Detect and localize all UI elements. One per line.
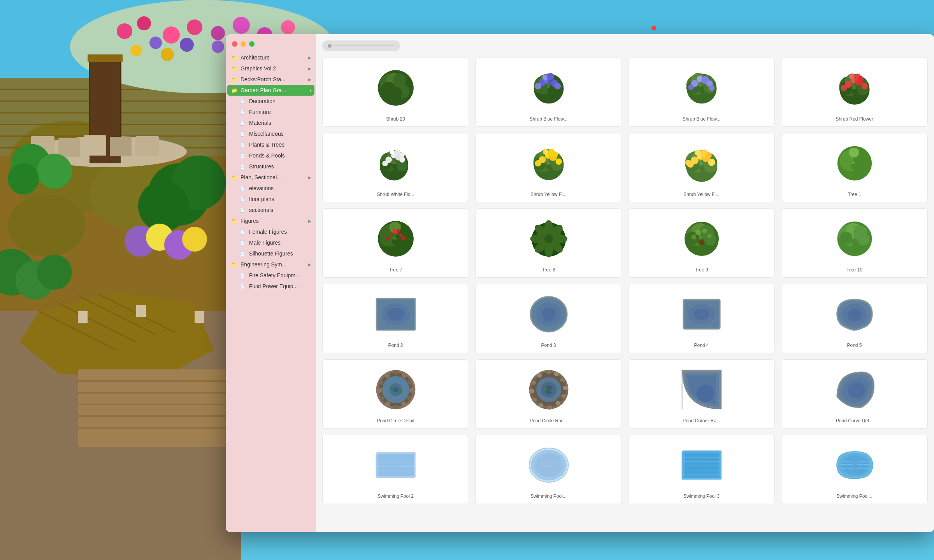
item-label: Shrub Yellow Fl...: [683, 192, 720, 197]
svg-point-285: [528, 389, 534, 393]
svg-rect-29: [88, 54, 123, 62]
minimize-button[interactable]: [241, 41, 246, 47]
svg-point-171: [840, 158, 851, 169]
sidebar-item-sectionals[interactable]: 📄sectionals: [226, 205, 316, 215]
sidebar: 📁Architecture▶📁Graphics Vol 2▶📁Decks:Por…: [226, 34, 316, 532]
sidebar-item-label: Graphics Vol 2: [241, 65, 305, 72]
item-label: Tree 8: [542, 267, 555, 273]
sidebar-item-female-figures[interactable]: 📄Female Figures: [226, 226, 316, 237]
sidebar-item-garden-plan-gra[interactable]: 📁Garden Plan Gra...▾: [227, 85, 314, 96]
svg-point-227: [857, 233, 869, 245]
grid-item-swimming-pool-3[interactable]: Swimming Pool 3: [628, 435, 775, 504]
sidebar-item-male-figures[interactable]: 📄Male Figures: [226, 237, 316, 248]
sidebar-item-architecture[interactable]: 📁Architecture▶: [226, 52, 316, 63]
grid-item-shrub-red-flower[interactable]: Shrub Red Flower: [781, 58, 928, 127]
sidebar-item-plan-sectional[interactable]: 📁Plan, Sectional...▶: [226, 172, 316, 183]
sidebar-item-fire-safety[interactable]: 📄Fire Safety Equipm...: [226, 270, 316, 281]
sidebar-item-structures[interactable]: 📄Structures: [226, 161, 316, 172]
grid-item-pond-3[interactable]: Pond 3: [475, 284, 622, 353]
sidebar-item-label: floor plans: [249, 196, 311, 202]
grid-item-swimming-pool-2[interactable]: Swimming Pool 2: [322, 435, 469, 504]
sidebar-item-decks-porch[interactable]: 📁Decks:Porch:Sta...▶: [226, 74, 316, 85]
grid-item-pond-curve-det[interactable]: Pond Curve Det...: [781, 359, 928, 429]
search-bar[interactable]: [322, 40, 400, 51]
item-image: [370, 289, 421, 340]
grid-item-pond-circle-roc[interactable]: Pond Circle Roc...: [475, 359, 622, 429]
item-image: [370, 63, 421, 113]
item-image: [370, 138, 421, 189]
grid-item-shrub-blue-flow2[interactable]: Shrub Blue Flow...: [628, 58, 775, 127]
svg-point-268: [384, 373, 390, 378]
grid-item-pond-2[interactable]: Pond 2: [322, 284, 469, 353]
sidebar-item-furniture[interactable]: 📄Furniture: [226, 107, 316, 117]
svg-point-286: [531, 380, 536, 385]
sidebar-item-miscellaneous[interactable]: 📄Miscellaneous: [226, 128, 316, 139]
svg-point-118: [858, 76, 864, 82]
svg-point-23: [149, 37, 162, 49]
chevron-icon: ▶: [308, 66, 311, 71]
sidebar-item-label: sectionals: [249, 207, 311, 213]
svg-point-22: [281, 20, 295, 34]
svg-point-148: [552, 152, 558, 158]
chevron-icon: ▶: [308, 56, 311, 60]
svg-point-129: [382, 161, 388, 166]
item-label: Shrub Yellow Fl...: [530, 192, 567, 197]
grid-item-tree-1[interactable]: Tree 1: [781, 133, 928, 202]
svg-point-293: [696, 384, 714, 402]
svg-point-276: [546, 370, 551, 374]
maximize-button[interactable]: [249, 41, 255, 47]
grid-item-pond-corner-ra[interactable]: Pond Corner Ra...: [628, 359, 775, 429]
grid-item-shrub-20[interactable]: Shrub 20: [322, 58, 469, 127]
sidebar-item-floor-plans[interactable]: 📄floor plans: [226, 194, 316, 205]
svg-point-262: [401, 401, 406, 406]
grid-item-pond-circle-detail[interactable]: Pond Circle Detail: [322, 359, 469, 429]
sidebar-item-fluid-power[interactable]: 📄Fluid Power Equip...: [226, 281, 316, 292]
svg-point-297: [847, 383, 865, 398]
grid-item-tree-10[interactable]: Tree 10: [781, 208, 928, 278]
search-bar-area: [322, 40, 928, 51]
grid-item-shrub-yellow-fl2[interactable]: Shrub Yellow Fl...: [628, 133, 775, 202]
grid-item-swimming-pool-4[interactable]: Swimming Pool...: [781, 435, 928, 504]
svg-point-86: [535, 83, 541, 89]
item-image: [676, 289, 727, 340]
sidebar-item-elevations[interactable]: 📄elevations: [226, 183, 316, 194]
svg-point-220: [707, 234, 711, 238]
sidebar-item-label: elevations: [249, 185, 311, 191]
sidebar-item-engineering-sym[interactable]: 📁Engineering Sym...▶: [226, 259, 316, 270]
grid-item-shrub-blue-flow1[interactable]: Shrub Blue Flow...: [475, 58, 622, 127]
folder-icon: 📁: [231, 175, 237, 180]
sidebar-item-ponds-pools[interactable]: 📄Ponds & Pools: [226, 150, 316, 161]
sidebar-item-materials[interactable]: 📄Materials: [226, 117, 316, 128]
close-button[interactable]: [232, 41, 237, 47]
item-label: Pond 3: [541, 343, 556, 348]
svg-point-266: [377, 388, 382, 393]
sidebar-item-label: Materials: [249, 120, 311, 126]
sidebar-item-decoration[interactable]: 📄Decoration: [226, 96, 316, 107]
grid-item-pond-5[interactable]: Pond 5: [781, 284, 928, 353]
sidebar-item-label: Ponds & Pools: [249, 152, 311, 159]
folder-icon: 📁: [231, 218, 237, 224]
svg-point-114: [841, 85, 847, 91]
sidebar-item-plants-trees[interactable]: 📄Plants & Trees: [226, 139, 316, 150]
main-content: Shrub 20 Shrub Blue Flow...: [316, 34, 934, 532]
sidebar-item-label: Silhouette Figures: [249, 250, 311, 257]
grid-item-tree-9[interactable]: Tree 9: [628, 208, 775, 278]
sidebar-item-label: Engineering Sym...: [241, 261, 305, 268]
items-grid: Shrub 20 Shrub Blue Flow...: [322, 58, 928, 504]
item-image: [829, 214, 880, 264]
svg-point-76: [389, 87, 402, 100]
grid-item-shrub-yellow-fl1[interactable]: Shrub Yellow Fl...: [475, 133, 622, 202]
item-image: [676, 364, 727, 415]
grid-item-tree-7[interactable]: Tree 7: [322, 208, 469, 278]
item-image: [523, 364, 574, 415]
grid-item-swimming-pool-3-oval[interactable]: Swimming Pool...: [475, 435, 622, 504]
sidebar-item-graphics-vol2[interactable]: 📁Graphics Vol 2▶: [226, 63, 316, 74]
sidebar-item-label: Male Figures: [249, 240, 311, 246]
sidebar-item-silhouette-figures[interactable]: 📄Silhouette Figures: [226, 248, 316, 259]
svg-rect-36: [135, 136, 159, 156]
grid-item-shrub-white-flo[interactable]: Shrub White Flo...: [322, 133, 469, 202]
grid-item-pond-4[interactable]: Pond 4: [628, 284, 775, 353]
item-image: [370, 440, 421, 490]
grid-item-tree-8[interactable]: Tree 8: [475, 208, 622, 278]
sidebar-item-figures[interactable]: 📁Figures▶: [226, 215, 316, 226]
